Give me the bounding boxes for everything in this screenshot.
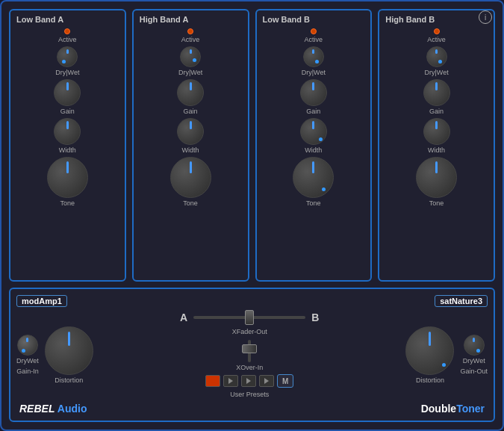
brand-rebel: REBEL	[19, 403, 55, 415]
play-icon-2	[246, 378, 251, 384]
fader-section: A B XFader-Out XOv	[99, 311, 400, 398]
left-drywet-label: DryWet	[16, 357, 39, 365]
gain-knob-high-b[interactable]	[423, 79, 450, 106]
drywet-section-high-a: Dry|Wet	[137, 46, 245, 76]
xover-in-track[interactable]	[248, 340, 251, 362]
tone-knob-low-b[interactable]	[293, 157, 334, 198]
gain-knob-low-a[interactable]	[54, 79, 81, 106]
info-button[interactable]: i	[479, 10, 492, 24]
right-distortion-label: Distortion	[416, 376, 444, 384]
drywet-knob-low-a[interactable]	[57, 46, 78, 67]
active-indicator-high-a[interactable]	[187, 28, 193, 34]
play-icon-1	[228, 378, 233, 384]
band-panel-low-b: Low Band B Active Dry|Wet Gain Width	[255, 9, 373, 282]
product-toner: Toner	[456, 403, 485, 415]
width-section-high-b: Width	[382, 118, 491, 154]
drywet-knob-high-a[interactable]	[180, 46, 201, 67]
active-label-high-a: Active	[181, 36, 200, 43]
xfader-out-thumb[interactable]	[245, 310, 254, 325]
tone-section-high-a: Tone	[137, 157, 245, 207]
footer-section: REBEL Audio DoubleToner	[16, 403, 488, 415]
bottom-section: modAmp1 satNature3 DryWet Gain-In	[9, 288, 495, 422]
width-knob-high-a[interactable]	[177, 118, 204, 145]
gain-knob-low-b[interactable]	[300, 79, 327, 106]
preset-btn-2[interactable]	[223, 375, 238, 387]
module-a-label: modAmp1	[16, 295, 67, 307]
active-indicator-low-b[interactable]	[311, 28, 317, 34]
gain-label-high-a: Gain	[184, 108, 198, 115]
gain-knob-high-a[interactable]	[177, 79, 204, 106]
brand-audio: Audio	[57, 403, 87, 415]
xfader-group: A B XFader-Out XOv	[99, 311, 400, 371]
width-label-high-a: Width	[182, 146, 199, 154]
xover-in-thumb[interactable]	[242, 344, 257, 353]
preset-section: M User Presets	[205, 374, 293, 398]
width-section-low-a: Width	[13, 118, 122, 154]
drywet-label-low-b: Dry|Wet	[302, 69, 326, 76]
active-label-high-b: Active	[427, 36, 446, 43]
b-label: B	[311, 311, 319, 323]
tone-label-low-b: Tone	[306, 199, 321, 207]
user-presets-label: User Presets	[230, 391, 269, 398]
m-button[interactable]: M	[277, 374, 293, 388]
gain-section-high-b: Gain	[382, 79, 491, 115]
right-distortion-knob[interactable]	[405, 326, 454, 375]
active-section-high-b: Active	[382, 28, 491, 43]
band-panel-high-b: High Band B Active Dry|Wet Gain Width	[378, 9, 495, 282]
xfader-out-track[interactable]	[193, 316, 305, 319]
right-drywet-knob[interactable]	[464, 335, 485, 356]
gain-section-high-a: Gain	[137, 79, 245, 115]
left-drywet-row: DryWet	[16, 335, 39, 365]
band-panel-low-a: Low Band A Active Dry|Wet Gain Width	[9, 9, 126, 282]
drywet-knob-low-b[interactable]	[303, 46, 324, 67]
drywet-knob-high-b[interactable]	[426, 46, 447, 67]
preset-btn-3[interactable]	[241, 375, 256, 387]
tone-knob-high-b[interactable]	[416, 157, 457, 198]
xfader-out-row: A B	[99, 311, 400, 323]
brand-label: REBEL Audio	[19, 403, 87, 415]
a-label: A	[180, 311, 187, 323]
active-label-low-b: Active	[305, 36, 323, 43]
active-indicator-high-b[interactable]	[434, 28, 440, 34]
right-module: DryWet Gain-Out	[460, 335, 488, 375]
preset-btn-4[interactable]	[259, 375, 274, 387]
active-indicator-low-a[interactable]	[64, 28, 70, 34]
active-section-low-a: Active	[13, 28, 122, 43]
gain-section-low-b: Gain	[260, 79, 368, 115]
left-drywet-knob[interactable]	[17, 335, 38, 356]
left-drywet-section: DryWet	[16, 335, 39, 365]
play-icon-3	[264, 378, 269, 384]
tone-label-low-a: Tone	[60, 199, 75, 207]
left-distortion-knob[interactable]	[45, 326, 93, 375]
tone-label-high-b: Tone	[429, 199, 444, 207]
width-knob-low-b[interactable]	[300, 118, 327, 145]
xfader-out-track-container	[193, 316, 305, 319]
gain-label-low-a: Gain	[60, 108, 75, 115]
gain-section-low-a: Gain	[13, 79, 122, 115]
tone-knob-low-a[interactable]	[47, 157, 88, 198]
width-label-low-b: Width	[305, 146, 322, 154]
width-label-high-b: Width	[428, 146, 445, 154]
left-module: DryWet Gain-In	[16, 335, 39, 375]
band-title-low-b: Low Band B	[263, 15, 311, 24]
drywet-section-low-a: Dry|Wet	[13, 46, 122, 76]
tone-section-high-b: Tone	[382, 157, 491, 207]
tone-knob-high-a[interactable]	[170, 157, 211, 198]
xover-in-label: XOver-In	[236, 364, 263, 371]
drywet-label-high-a: Dry|Wet	[178, 69, 202, 76]
xover-in-section: XOver-In	[236, 340, 263, 371]
band-title-low-a: Low Band A	[16, 15, 63, 24]
preset-btn-1[interactable]	[205, 375, 220, 387]
width-knob-high-b[interactable]	[423, 118, 450, 145]
band-panel-high-a: High Band A Active Dry|Wet Gain Width	[132, 9, 249, 282]
product-label: DoubleToner	[421, 403, 485, 415]
gain-label-low-b: Gain	[306, 108, 320, 115]
module-labels: modAmp1 satNature3	[16, 295, 488, 307]
right-distortion-section: Distortion	[405, 326, 454, 384]
band-title-high-a: High Band A	[140, 15, 189, 24]
right-drywet-row: DryWet	[463, 335, 485, 365]
bottom-controls: DryWet Gain-In Distortion A	[16, 311, 488, 398]
xfader-out-label: XFader-Out	[232, 328, 267, 335]
width-knob-low-a[interactable]	[54, 118, 81, 145]
right-drywet-section: DryWet	[463, 335, 485, 365]
